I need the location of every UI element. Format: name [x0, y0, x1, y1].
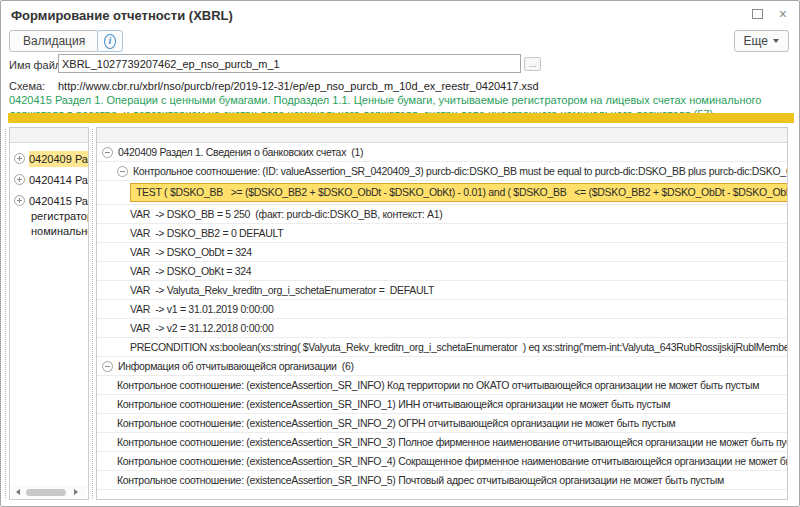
collapse-minus-icon[interactable]	[102, 361, 113, 372]
more-button-label: Еще	[744, 34, 768, 48]
tree-item-row[interactable]: 0420409 Разд	[10, 150, 88, 167]
tree-item-label-line: регистратором	[10, 209, 88, 224]
info-button[interactable]: i	[97, 30, 123, 52]
info-icon: i	[104, 34, 116, 49]
scrollbar-thumb[interactable]	[26, 489, 66, 496]
result-row[interactable]: VAR -> v1 = 31.01.2019 0:00:00	[97, 300, 787, 319]
collapse-minus-icon[interactable]	[102, 147, 113, 158]
result-text: Контрольное соотношение: (existenceAsser…	[117, 379, 759, 391]
tree-item[interactable]: 0420415 Раздрегистраторомноминального	[10, 192, 88, 239]
result-row[interactable]: Контрольное соотношение: (existenceAsser…	[97, 452, 787, 471]
result-text: VAR -> DSKO_BB = 5 250 (факт: purcb-dic:…	[130, 208, 442, 220]
expand-plus-icon[interactable]	[14, 153, 25, 164]
result-text: VAR -> DSKO_BB2 = 0 DEFAULT	[130, 227, 283, 239]
expand-plus-icon[interactable]	[14, 174, 25, 185]
scroll-right-arrow-icon[interactable]	[74, 489, 78, 495]
window-title: Формирование отчетности (XBRL)	[11, 8, 233, 23]
result-text: Контрольное соотношение: (existenceAsser…	[117, 398, 670, 410]
result-text: VAR -> v2 = 31.12.2018 0:00:00	[130, 322, 273, 334]
result-text: Контрольное соотношение: (existenceAsser…	[117, 436, 787, 448]
more-button[interactable]: Еще	[734, 30, 789, 52]
maximize-icon[interactable]	[752, 9, 763, 19]
tree-item-row[interactable]: 0420415 Разд	[10, 192, 88, 209]
result-text: Контрольное соотношение: (existenceAsser…	[117, 417, 676, 429]
tree-item-label-line: номинального	[10, 224, 88, 239]
validate-button[interactable]: Валидация	[9, 30, 99, 52]
schema-label: Схема:	[9, 80, 45, 92]
window-controls: ×	[752, 9, 787, 19]
xbrl-report-window: Формирование отчетности (XBRL) × Валидац…	[0, 0, 800, 507]
result-row[interactable]: Контрольное соотношение: (existenceAsser…	[97, 395, 787, 414]
result-row[interactable]: Контрольное соотношение: (ID: valueAsser…	[97, 162, 787, 181]
validation-results-panel: 0420409 Раздел 1. Сведения о банковских …	[96, 127, 788, 500]
result-row[interactable]: VAR -> Valyuta_Rekv_kreditn_org_i_scheta…	[97, 281, 787, 300]
result-row[interactable]: VAR -> DSKO_ObDt = 324	[97, 243, 787, 262]
right-panel-header	[97, 128, 787, 143]
result-text: Контрольное соотношение: (existenceAsser…	[117, 455, 787, 467]
expand-plus-icon[interactable]	[14, 195, 25, 206]
left-panel-header	[10, 128, 88, 143]
tree-item[interactable]: 0420409 Разд	[10, 150, 88, 167]
result-text: PRECONDITION xs:boolean(xs:string( $Valy…	[130, 341, 787, 353]
empty-row	[97, 490, 787, 499]
collapse-minus-icon[interactable]	[117, 166, 128, 177]
sections-tree: 0420409 Разд0420414 Разд0420415 Раздреги…	[10, 143, 88, 485]
result-row[interactable]: VAR -> DSKO_BB2 = 0 DEFAULT	[97, 224, 787, 243]
result-text: VAR -> v1 = 31.01.2019 0:00:00	[130, 303, 273, 315]
schema-value: http://www.cbr.ru/xbrl/nso/purcb/rep/201…	[58, 80, 539, 92]
progress-bar	[8, 113, 794, 123]
result-row[interactable]: VAR -> v2 = 31.12.2018 0:00:00	[97, 319, 787, 338]
left-splitter-dots[interactable]	[5, 129, 6, 498]
result-row[interactable]: VAR -> DSKO_BB = 5 250 (факт: purcb-dic:…	[97, 205, 787, 224]
chevron-down-icon	[773, 39, 779, 43]
tree-item-label: 0420415 Разд	[29, 193, 88, 209]
result-text: Контрольное соотношение: (existenceAsser…	[117, 474, 724, 486]
panel-splitter[interactable]	[92, 129, 93, 498]
result-row[interactable]: Контрольное соотношение: (existenceAsser…	[97, 471, 787, 490]
sections-tree-panel: 0420409 Разд0420414 Разд0420415 Раздреги…	[9, 127, 89, 500]
result-text: VAR -> Valyuta_Rekv_kreditn_org_i_scheta…	[130, 284, 434, 296]
result-row[interactable]: TEST ( $DSKO_BB >= ($DSKO_BB2 + $DSKO_Ob…	[97, 181, 787, 205]
file-name-input[interactable]	[58, 54, 521, 73]
result-text: Информация об отчитывающейся организации…	[118, 360, 354, 372]
result-row[interactable]: Информация об отчитывающейся организации…	[97, 357, 787, 376]
result-row[interactable]: Контрольное соотношение: (existenceAsser…	[97, 414, 787, 433]
result-row[interactable]: Контрольное соотношение: (existenceAsser…	[97, 433, 787, 452]
tree-item-label: 0420414 Разд	[29, 172, 88, 188]
tree-item[interactable]: 0420414 Разд	[10, 171, 88, 188]
tree-item-label-selected: 0420409 Разд	[29, 151, 88, 167]
highlighted-test-expression: TEST ( $DSKO_BB >= ($DSKO_BB2 + $DSKO_Ob…	[130, 183, 787, 202]
tree-item-row[interactable]: 0420414 Разд	[10, 171, 88, 188]
result-text: VAR -> DSKO_ObKt = 324	[130, 265, 251, 277]
result-row[interactable]: Контрольное соотношение: (existenceAsser…	[97, 376, 787, 395]
validation-results-list: 0420409 Раздел 1. Сведения о банковских …	[97, 143, 787, 499]
result-text: Контрольное соотношение: (ID: valueAsser…	[133, 165, 787, 177]
left-panel-horizontal-scrollbar[interactable]	[11, 486, 87, 498]
scroll-left-arrow-icon[interactable]	[16, 489, 20, 495]
result-text: VAR -> DSKO_ObDt = 324	[130, 246, 252, 258]
result-row[interactable]: PRECONDITION xs:boolean(xs:string( $Valy…	[97, 338, 787, 357]
result-text: 0420409 Раздел 1. Сведения о банковских …	[118, 146, 363, 158]
result-row[interactable]: VAR -> DSKO_ObKt = 324	[97, 262, 787, 281]
result-row[interactable]: 0420409 Раздел 1. Сведения о банковских …	[97, 143, 787, 162]
close-icon[interactable]: ×	[779, 9, 787, 19]
file-choose-button[interactable]: ...	[524, 57, 541, 71]
